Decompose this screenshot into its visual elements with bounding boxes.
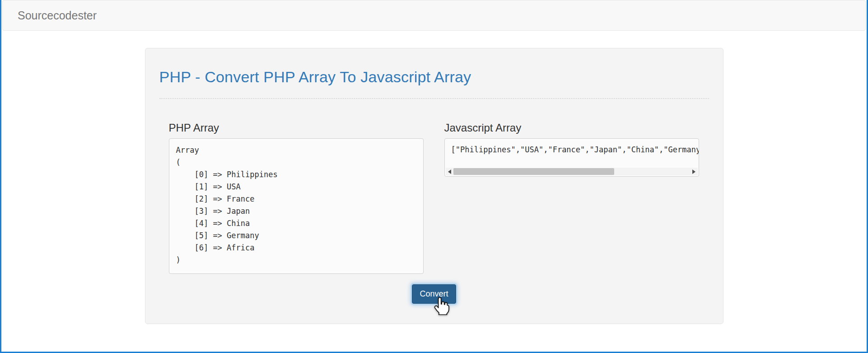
js-array-output-box: ["Philippines","USA","France","Japan","C… [444,138,699,177]
main-content: PHP - Convert PHP Array To Javascript Ar… [1,31,867,324]
scroll-right-arrow-icon[interactable] [690,168,698,175]
js-array-heading: Javascript Array [444,122,699,134]
converter-card: PHP - Convert PHP Array To Javascript Ar… [145,48,723,324]
php-array-column: PHP Array Array ( [0] => Philippines [1]… [169,122,424,274]
scroll-left-arrow-icon[interactable] [446,168,453,175]
page-frame: Sourcecodester PHP - Convert PHP Array T… [0,0,868,353]
navbar-brand[interactable]: Sourcecodester [18,9,97,22]
php-array-output: Array ( [0] => Philippines [1] => USA [2… [169,138,424,274]
js-array-output: ["Philippines","USA","France","Japan","C… [445,139,699,154]
dotted-divider [159,98,709,99]
columns-row: PHP Array Array ( [0] => Philippines [1]… [169,122,709,274]
convert-button[interactable]: Convert [412,284,456,304]
js-array-column: Javascript Array ["Philippines","USA","F… [444,122,699,274]
scrollbar-thumb[interactable] [453,168,614,175]
navbar: Sourcecodester [2,0,866,31]
php-array-heading: PHP Array [169,122,424,134]
scrollbar-track[interactable] [453,168,690,175]
page-title: PHP - Convert PHP Array To Javascript Ar… [159,48,709,86]
button-row: Convert [159,284,709,304]
horizontal-scrollbar[interactable] [446,168,698,175]
